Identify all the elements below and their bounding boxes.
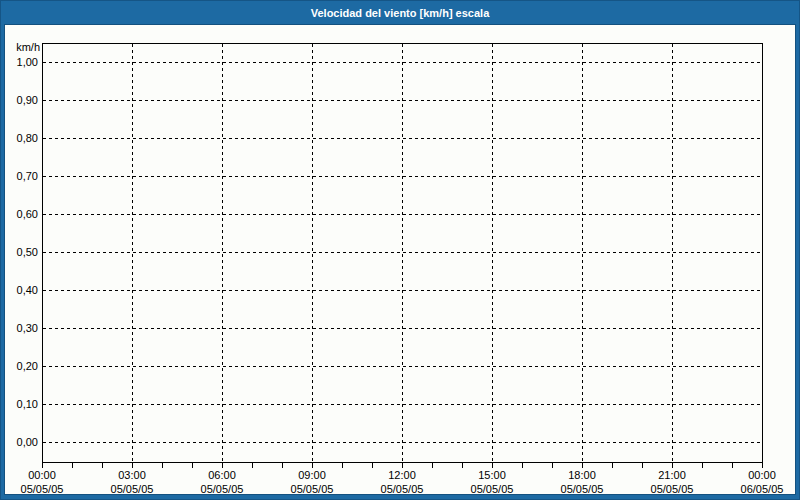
y-tick-label: 0,90 [5, 93, 38, 107]
y-tick-label: 0,70 [5, 169, 38, 183]
x-date-label: 05/05/05 [637, 483, 707, 496]
x-tick [732, 463, 733, 468]
x-grid-line [132, 44, 133, 462]
x-grid-line [312, 44, 313, 462]
x-grid-line [582, 44, 583, 462]
y-tick-label: 0,10 [5, 397, 38, 411]
x-date-label: 05/05/05 [97, 483, 167, 496]
x-tick [702, 463, 703, 468]
y-tick-label: 0,30 [5, 321, 38, 335]
x-time-label: 12:00 [372, 469, 432, 482]
y-tick-label: 0,60 [5, 207, 38, 221]
y-axis-unit-label: km/h [5, 41, 40, 54]
x-tick [432, 463, 433, 468]
x-tick [192, 463, 193, 468]
x-tick [222, 463, 223, 468]
x-tick [762, 463, 763, 468]
y-tick-label: 0,80 [5, 131, 38, 145]
x-tick [132, 463, 133, 468]
x-tick [522, 463, 523, 468]
x-time-label: 09:00 [282, 469, 342, 482]
chart-area: km/h 1,000,900,800,700,600,500,400,300,2… [4, 24, 796, 495]
y-tick-label: 0,20 [5, 359, 38, 373]
chart-window: Velocidad del viento [km/h] escala km/h … [0, 0, 800, 500]
x-tick [672, 463, 673, 468]
x-tick [162, 463, 163, 468]
x-date-label: 05/05/05 [187, 483, 257, 496]
x-time-label: 06:00 [192, 469, 252, 482]
x-date-label: 05/05/05 [457, 483, 527, 496]
x-tick [402, 463, 403, 468]
x-grid-line [672, 44, 673, 462]
x-time-label: 18:00 [552, 469, 612, 482]
y-tick-label: 0,00 [5, 435, 38, 449]
x-tick [612, 463, 613, 468]
x-tick [252, 463, 253, 468]
x-tick [462, 463, 463, 468]
chart-title: Velocidad del viento [km/h] escala [311, 7, 490, 19]
x-tick [342, 463, 343, 468]
x-tick [492, 463, 493, 468]
x-tick [312, 463, 313, 468]
chart-title-bar: Velocidad del viento [km/h] escala [1, 1, 799, 24]
x-time-label: 00:00 [12, 469, 72, 482]
x-tick [552, 463, 553, 468]
x-grid-line [492, 44, 493, 462]
x-date-label: 05/05/05 [367, 483, 437, 496]
x-tick [642, 463, 643, 468]
x-date-label: 05/05/05 [277, 483, 347, 496]
x-tick [102, 463, 103, 468]
x-time-label: 21:00 [642, 469, 702, 482]
x-date-label: 06/05/05 [727, 483, 797, 496]
x-tick [582, 463, 583, 468]
x-tick [282, 463, 283, 468]
x-date-label: 05/05/05 [547, 483, 617, 496]
plot-area [42, 43, 763, 463]
x-time-label: 00:00 [732, 469, 792, 482]
x-tick [42, 463, 43, 468]
x-grid-line [222, 44, 223, 462]
x-time-label: 15:00 [462, 469, 522, 482]
y-tick-label: 0,40 [5, 283, 38, 297]
x-tick [72, 463, 73, 468]
x-time-label: 03:00 [102, 469, 162, 482]
x-date-label: 05/05/05 [7, 483, 77, 496]
x-grid-line [402, 44, 403, 462]
x-tick [372, 463, 373, 468]
y-tick-label: 0,50 [5, 245, 38, 259]
y-tick-label: 1,00 [5, 55, 38, 69]
